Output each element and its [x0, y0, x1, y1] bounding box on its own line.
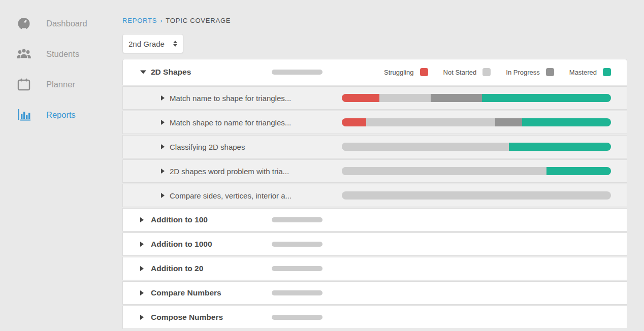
subtopic-status-bar [342, 143, 611, 151]
caret-right-icon[interactable] [140, 315, 144, 320]
bar-segment-struggling [342, 118, 366, 126]
main-content: REPORTS›TOPIC COVERAGE 2nd Grade 2D Shap… [122, 0, 627, 329]
sidebar: Dashboard Students Planner [0, 0, 122, 130]
bar-segment-mastered [546, 167, 611, 175]
struggling-swatch [420, 68, 428, 76]
subtopic-label: Compare sides, vertices, interior a... [170, 191, 292, 200]
sidebar-item-label: Reports [46, 110, 76, 120]
bar-segment-in-progress [495, 118, 522, 126]
sidebar-item-label: Planner [46, 80, 75, 89]
topic-row[interactable]: Addition to 1000 [122, 233, 627, 256]
subtopic-row[interactable]: Compare sides, vertices, interior a... [122, 184, 627, 207]
students-icon [15, 47, 33, 60]
caret-right-icon[interactable] [161, 95, 165, 101]
topic-label: 2D Shapes [151, 68, 191, 77]
subtopic-label: 2D shapes word problem with tria... [170, 167, 289, 176]
subtopic-row[interactable]: Match shape to name for triangles... [122, 111, 627, 134]
dashboard-icon [15, 16, 33, 30]
grade-dropdown-value: 2nd Grade [128, 40, 165, 48]
breadcrumb-reports-link[interactable]: REPORTS [122, 17, 157, 24]
reports-icon [15, 108, 33, 122]
updown-arrows-icon [173, 41, 177, 47]
bar-segment-not-started [342, 167, 546, 175]
caret-right-icon[interactable] [161, 120, 165, 125]
subtopic-row[interactable]: Match name to shape for triangles... [122, 86, 627, 110]
topic-row[interactable]: Addition to 20 [122, 257, 627, 280]
subtopic-label: Match name to shape for triangles... [170, 94, 291, 103]
bar-segment-mastered [482, 94, 611, 102]
topic-label: Addition to 1000 [151, 240, 212, 249]
legend-item-in-progress: In Progress [506, 68, 554, 76]
caret-right-icon[interactable] [140, 242, 144, 247]
bar-segment-not-started [342, 143, 509, 151]
topic-row[interactable]: Compare Numbers [122, 281, 627, 305]
bar-segment-not-started [342, 191, 611, 200]
topic-row[interactable]: Compose Numbers [122, 306, 627, 329]
topic-coverage-bar [272, 290, 323, 295]
topic-coverage-bar [272, 70, 323, 75]
breadcrumb-separator: › [160, 17, 163, 24]
bar-segment-not-started [379, 94, 431, 102]
not-started-swatch [482, 68, 491, 76]
sidebar-item-students[interactable]: Students [0, 39, 122, 69]
bar-segment-not-started [366, 118, 495, 126]
subtopic-label: Classifying 2D shapes [170, 143, 245, 151]
sidebar-item-reports[interactable]: Reports [0, 100, 122, 130]
caret-right-icon[interactable] [161, 169, 165, 174]
caret-right-icon[interactable] [161, 193, 165, 198]
sidebar-item-planner[interactable]: Planner [0, 69, 122, 100]
topic-label: Addition to 20 [151, 264, 203, 273]
legend-label: Mastered [569, 69, 597, 76]
breadcrumb: REPORTS›TOPIC COVERAGE [122, 17, 627, 24]
topic-coverage-bar [272, 242, 323, 247]
caret-right-icon[interactable] [161, 144, 165, 149]
caret-right-icon[interactable] [140, 217, 144, 222]
grade-dropdown[interactable]: 2nd Grade [122, 34, 183, 53]
mastered-swatch [603, 68, 611, 76]
subtopic-row[interactable]: Classifying 2D shapes [122, 135, 627, 158]
topic-coverage-bar [272, 315, 323, 320]
topic-row[interactable]: Addition to 100 [122, 208, 627, 231]
sidebar-item-label: Students [46, 49, 79, 59]
caret-right-icon[interactable] [140, 266, 144, 271]
caret-down-icon[interactable] [140, 71, 146, 74]
status-legend: Struggling Not Started In Progress Maste… [369, 68, 611, 76]
bar-segment-in-progress [431, 94, 482, 102]
topic-label: Addition to 100 [151, 215, 208, 224]
legend-item-mastered: Mastered [569, 68, 611, 76]
bar-segment-mastered [522, 118, 611, 126]
subtopic-status-bar [342, 167, 611, 175]
topic-coverage-bar [272, 217, 323, 222]
sidebar-item-label: Dashboard [46, 19, 87, 28]
topic-row-expanded[interactable]: 2D Shapes Struggling Not Started In Prog… [122, 59, 627, 85]
legend-item-not-started: Not Started [443, 68, 491, 76]
topic-label: Compose Numbers [151, 313, 223, 322]
subtopic-label: Match shape to name for triangles... [170, 118, 291, 127]
subtopic-status-bar [342, 118, 611, 126]
bar-segment-mastered [509, 143, 611, 151]
subtopic-status-bar [342, 191, 611, 200]
legend-item-struggling: Struggling [384, 68, 428, 76]
in-progress-swatch [546, 68, 554, 76]
sidebar-item-dashboard[interactable]: Dashboard [0, 8, 122, 39]
bar-segment-struggling [342, 94, 379, 102]
legend-label: Struggling [384, 69, 414, 76]
breadcrumb-current: TOPIC COVERAGE [166, 17, 231, 24]
planner-icon [15, 77, 33, 91]
legend-label: Not Started [443, 69, 477, 76]
topic-label: Compare Numbers [151, 288, 221, 297]
subtopic-status-bar [342, 94, 611, 102]
topic-coverage-bar [272, 266, 323, 271]
subtopic-row[interactable]: 2D shapes word problem with tria... [122, 159, 627, 183]
caret-right-icon[interactable] [140, 290, 144, 295]
topic-coverage-panel: 2D Shapes Struggling Not Started In Prog… [122, 59, 627, 329]
legend-label: In Progress [506, 69, 539, 76]
